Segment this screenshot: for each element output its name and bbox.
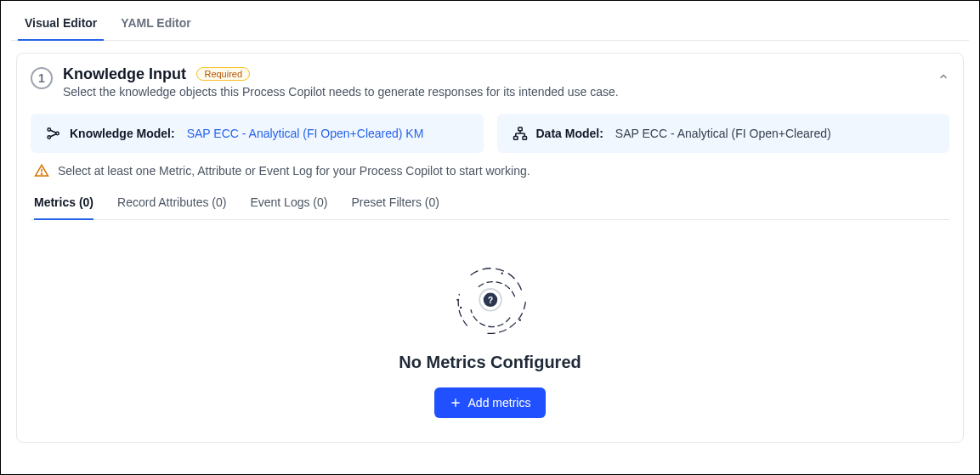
svg-point-1 [48,136,50,139]
warning-row: Select at least one Metric, Attribute or… [34,163,949,178]
tab-yaml-editor[interactable]: YAML Editor [117,8,194,40]
svg-point-13 [41,173,42,174]
tab-visual-editor[interactable]: Visual Editor [21,8,100,40]
required-badge: Required [196,67,250,81]
card-description: Select the knowledge objects this Proces… [63,85,619,99]
knowledge-object-tabs: Metrics (0) Record Attributes (0) Event … [31,187,949,220]
tab-metrics[interactable]: Metrics (0) [34,187,93,219]
empty-state-title: No Metrics Configured [399,353,581,372]
knowledge-model-label: Knowledge Model: [70,127,175,140]
svg-point-20 [518,319,520,320]
card-header: 1 Knowledge Input Required Select the kn… [31,65,949,99]
data-model-value: SAP ECC - Analytical (FI Open+Cleared) [615,127,831,140]
svg-point-2 [56,132,59,134]
svg-point-19 [501,272,502,274]
card-title: Knowledge Input [63,65,186,82]
knowledge-model-value[interactable]: SAP ECC - Analytical (FI Open+Cleared) K… [187,127,424,140]
knowledge-input-card: 1 Knowledge Input Required Select the kn… [16,53,964,443]
knowledge-model-box[interactable]: Knowledge Model: SAP ECC - Analytical (F… [31,114,484,153]
add-metrics-button[interactable]: Add metrics [434,387,547,418]
knowledge-model-icon [46,126,61,141]
svg-point-0 [48,128,50,131]
data-model-icon [513,126,528,141]
svg-line-3 [50,130,56,133]
card-header-left: 1 Knowledge Input Required Select the kn… [31,65,619,99]
data-model-label: Data Model: [536,127,603,140]
svg-line-4 [50,134,56,137]
collapse-icon[interactable] [938,71,949,82]
svg-rect-6 [513,136,518,139]
empty-state: ? No Metrics Configured Add metrics [31,240,949,423]
tab-preset-filters[interactable]: Preset Filters (0) [351,187,439,219]
svg-rect-5 [518,127,522,131]
svg-text:?: ? [487,296,492,305]
tab-record-attributes[interactable]: Record Attributes (0) [117,187,226,219]
plus-icon [450,397,462,409]
data-model-box[interactable]: Data Model: SAP ECC - Analytical (FI Ope… [497,114,950,153]
tab-event-logs[interactable]: Event Logs (0) [250,187,327,219]
editor-mode-tabs: Visual Editor YAML Editor [11,8,969,41]
warning-icon [34,163,49,178]
add-metrics-label: Add metrics [468,396,531,410]
svg-rect-7 [523,136,527,139]
step-number-badge: 1 [31,67,53,89]
model-info-row: Knowledge Model: SAP ECC - Analytical (F… [31,114,949,153]
svg-point-17 [456,299,458,301]
empty-state-illustration: ? [444,256,537,341]
svg-point-18 [459,307,461,308]
warning-text: Select at least one Metric, Attribute or… [58,164,530,178]
